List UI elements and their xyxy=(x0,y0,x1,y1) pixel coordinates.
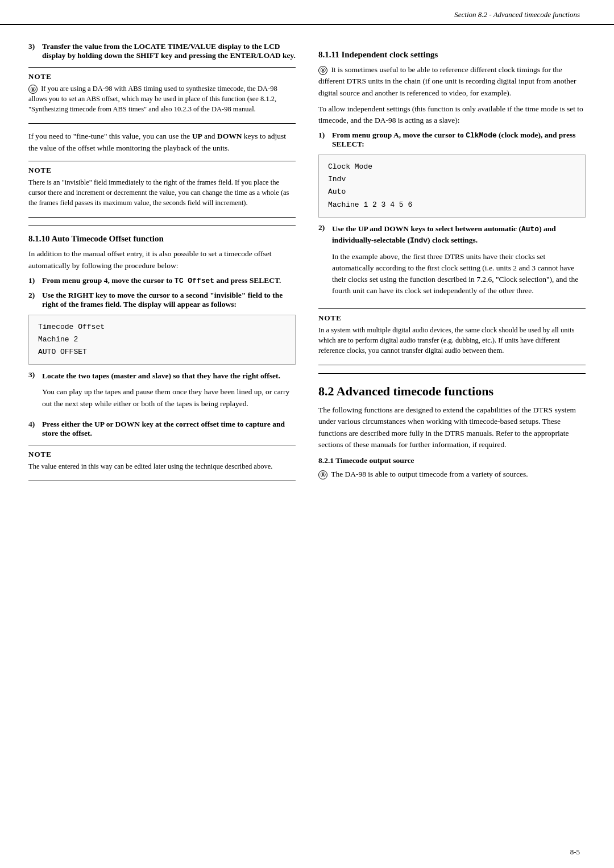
step-810-1: 1) From menu group 4, move the cursor to… xyxy=(28,276,296,285)
step-811-1: 1) From menu group A, move the cursor to… xyxy=(318,131,586,149)
page-number: 8-5 xyxy=(570,848,580,856)
note-text-2: There is an "invisible" field immediatel… xyxy=(28,177,296,208)
divider-2 xyxy=(318,373,586,374)
step-811-1-num: 1) xyxy=(318,131,329,140)
step-810-2-num: 2) xyxy=(28,291,39,300)
note-box-1: NOTE ® If you are using a DA-98 with ABS… xyxy=(28,67,296,124)
step-810-4-content: Press either the UP or DOWN key at the c… xyxy=(42,420,296,438)
section-821-text: ® The DA-98 is able to output timecode f… xyxy=(318,469,586,480)
step-811-2-content: Use the UP and DOWN keys to select betwe… xyxy=(332,223,586,302)
step-3-num: 3) xyxy=(28,42,39,51)
timecode-offset-display: Timecode Offset Machine 2 AUTO OFFSET xyxy=(28,315,296,365)
step-810-2-text: Use the RIGHT key to move the cursor to … xyxy=(42,291,283,308)
note-box-2: NOTE There is an "invisible" field immed… xyxy=(28,161,296,218)
note-text-1: ® If you are using a DA-98 with ABS timi… xyxy=(28,84,296,114)
clock-line-2: Indv xyxy=(328,173,576,186)
step-811-2: 2) Use the UP and DOWN keys to select be… xyxy=(318,223,586,302)
step-3-text: Transfer the value from the LOCATE TIME/… xyxy=(42,42,296,60)
note-label-2: NOTE xyxy=(28,166,296,175)
section-811-para1: ® It is sometimes useful to be able to r… xyxy=(318,64,586,99)
note-text-3: The value entered in this way can be edi… xyxy=(28,461,296,471)
step-810-3-text: You can play up the tapes and pause them… xyxy=(42,386,296,410)
symbol-811: ® xyxy=(318,66,327,75)
step-810-3-bold: Locate the two tapes (master and slave) … xyxy=(42,370,296,382)
display-line-1: Timecode Offset xyxy=(38,321,286,333)
section-82-title: 8.2 Advanced timecode functions xyxy=(318,384,586,399)
step-810-3-content: Locate the two tapes (master and slave) … xyxy=(42,370,296,414)
para-finetune: If you need to "fine-tune" this value, y… xyxy=(28,131,296,154)
step-810-1-num: 1) xyxy=(28,276,39,285)
section-811-para2: To allow independent settings (this func… xyxy=(318,103,586,127)
symbol-821: ® xyxy=(318,470,327,479)
section-821-title: 8.2.1 Timecode output source xyxy=(318,456,586,465)
symbol-1: ® xyxy=(28,85,38,94)
note-box-4: NOTE In a system with multiple digital a… xyxy=(318,308,586,365)
note-box-3: NOTE The value entered in this way can b… xyxy=(28,445,296,481)
note-label-3: NOTE xyxy=(28,450,296,459)
step-810-1-text: From menu group 4, move the cursor to TC… xyxy=(42,276,281,285)
header-title: Section 8.2 - Advanced timecode function… xyxy=(454,10,580,19)
right-column: 8.1.11 Independent clock settings ® It i… xyxy=(318,42,586,488)
step-811-1-text: From menu group A, move the cursor to Cl… xyxy=(332,131,576,148)
step-810-3-num: 3) xyxy=(28,370,39,379)
step-811-2-bold: Use the UP and DOWN keys to select betwe… xyxy=(332,223,586,247)
step-811-2-num: 2) xyxy=(318,223,329,232)
step-810-2-content: Use the RIGHT key to move the cursor to … xyxy=(42,291,296,309)
page-footer: 8-5 xyxy=(570,848,580,857)
page: Section 8.2 - Advanced timecode function… xyxy=(0,0,614,868)
note-text-4: In a system with multiple digital audio … xyxy=(318,325,586,356)
clock-line-3: Auto xyxy=(328,186,576,198)
divider-1 xyxy=(28,226,296,226)
step-3-transfer: 3) Transfer the value from the LOCATE TI… xyxy=(28,42,296,60)
clock-line-4: Machine 1 2 3 4 5 6 xyxy=(328,199,576,211)
step-3-content: Transfer the value from the LOCATE TIME/… xyxy=(42,42,296,60)
step-810-1-content: From menu group 4, move the cursor to TC… xyxy=(42,276,296,285)
clock-mode-display: Clock Mode Indv Auto Machine 1 2 3 4 5 6 xyxy=(318,155,586,217)
clock-line-1: Clock Mode xyxy=(328,161,576,173)
page-header: Section 8.2 - Advanced timecode function… xyxy=(0,0,614,25)
step-810-4: 4) Press either the UP or DOWN key at th… xyxy=(28,420,296,438)
step-810-2: 2) Use the RIGHT key to move the cursor … xyxy=(28,291,296,309)
step-810-4-num: 4) xyxy=(28,420,39,429)
display-line-3: AUTO OFFSET xyxy=(38,346,286,358)
note-label-1: NOTE xyxy=(28,72,296,81)
step-811-2-text: In the example above, the first three DT… xyxy=(332,251,586,297)
left-column: 3) Transfer the value from the LOCATE TI… xyxy=(28,42,296,488)
section-811-title: 8.1.11 Independent clock settings xyxy=(318,50,586,60)
main-content: 3) Transfer the value from the LOCATE TI… xyxy=(0,25,614,505)
note-label-4: NOTE xyxy=(318,314,586,323)
section-810-title: 8.1.10 Auto Timecode Offset function xyxy=(28,234,296,244)
step-810-3: 3) Locate the two tapes (master and slav… xyxy=(28,370,296,414)
step-811-1-content: From menu group A, move the cursor to Cl… xyxy=(332,131,586,149)
section-82-para1: The following functions are designed to … xyxy=(318,404,586,450)
display-line-2: Machine 2 xyxy=(38,333,286,346)
section-810-para1: In addition to the manual offset entry, … xyxy=(28,248,296,272)
step-810-4-text: Press either the UP or DOWN key at the c… xyxy=(42,420,285,437)
